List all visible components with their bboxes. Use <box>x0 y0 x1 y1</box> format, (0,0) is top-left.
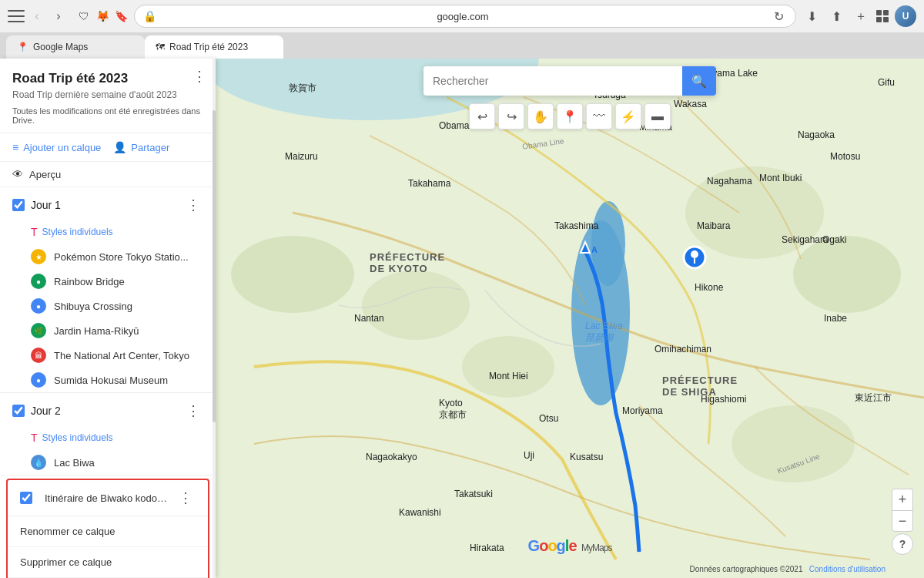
scroll-thumb <box>213 110 216 422</box>
place-icon-shibuya: ● <box>31 298 46 314</box>
main-content: Road Trip été 2023 Road Trip dernière se… <box>0 59 924 578</box>
marker-tool-button[interactable]: 📍 <box>557 103 583 129</box>
tab-road-trip[interactable]: 🗺 Road Trip été 2023 <box>145 35 283 59</box>
eye-icon: 👁 <box>12 168 23 180</box>
text-tool-button[interactable]: ▬ <box>644 103 671 129</box>
undo-button[interactable]: ↩ <box>469 103 495 129</box>
place-name-sumida: Sumida Hokusai Museum <box>54 375 168 386</box>
svg-point-5 <box>231 236 354 313</box>
sidebar-toggle-icon[interactable] <box>8 10 25 22</box>
layer-header-jour2[interactable]: Jour 2 ⋮ <box>0 393 216 428</box>
sidebar-header: Road Trip été 2023 Road Trip dernière se… <box>0 59 216 133</box>
tab-google-maps[interactable]: 📍 Google Maps <box>6 35 145 59</box>
address-text: google.com <box>156 11 769 22</box>
layer-more-button-jour1[interactable]: ⋮ <box>183 195 203 215</box>
refresh-button[interactable]: ↻ <box>769 7 788 25</box>
shield-icon: 🛡 <box>77 9 91 23</box>
context-menu-container: Itinéraire de Biwako kodomo-no k... ⋮ Re… <box>6 479 209 578</box>
context-menu-checkbox[interactable] <box>20 492 32 504</box>
context-menu-title: Itinéraire de Biwako kodomo-no k... <box>45 492 169 504</box>
context-menu-more-button[interactable]: ⋮ <box>176 488 196 508</box>
svg-point-7 <box>462 336 554 398</box>
place-name-national-art: The National Art Center, Tokyo <box>54 350 189 361</box>
zoom-out-button[interactable]: − <box>892 510 913 532</box>
add-layer-button[interactable]: ≡ Ajouter un calque <box>12 141 101 153</box>
share-icon: 👤 <box>113 141 126 153</box>
place-item-rainbow[interactable]: ● Rainbow Bridge <box>0 269 216 294</box>
tab-favicon-2: 🗺 <box>156 42 165 52</box>
map-svg: A <box>216 59 924 578</box>
styles-label-jour2: Styles individuels <box>42 432 113 443</box>
place-name-shibuya: Shibuya Crossing <box>54 301 132 312</box>
lock-icon: 🔒 <box>142 9 156 23</box>
map-area[interactable]: A Tokuyama Lake Tsuruga Obama Maizuru Ta… <box>216 59 924 578</box>
place-item-national-art[interactable]: 🏛 The National Art Center, Tokyo <box>0 343 216 368</box>
browser-chrome: ‹ › 🛡 🦊 🔖 🔒 google.com ↻ ⬇ ⬆ ＋ U 📍 Googl… <box>0 0 924 59</box>
svg-point-8 <box>685 166 824 259</box>
place-name-lac-biwa: Lac Biwa <box>54 457 95 469</box>
context-menu-delete[interactable]: Supprimer ce calque <box>8 547 208 578</box>
layer-group-jour1: Jour 1 ⋮ T Styles individuels ★ Pokémon … <box>0 187 216 393</box>
place-item-pokemon[interactable]: ★ Pokémon Store Tokyo Statio... <box>0 244 216 269</box>
place-item-sumida[interactable]: ● Sumida Hokusai Museum <box>0 368 216 392</box>
place-name-pokemon: Pokémon Store Tokyo Statio... <box>54 251 189 263</box>
place-name-hama: Jardin Hama-Rikyū <box>54 325 139 337</box>
styles-button-jour2[interactable]: T Styles individuels <box>0 428 216 450</box>
place-name-rainbow: Rainbow Bridge <box>54 276 125 287</box>
extension-icon: 🔖 <box>114 9 128 23</box>
browser-security-icons: 🛡 🦊 🔖 <box>77 9 128 23</box>
share-button[interactable]: ⬆ <box>827 7 845 25</box>
avatar[interactable]: U <box>895 5 916 27</box>
back-button[interactable]: ‹ <box>28 7 46 25</box>
styles-icon-jour1: T <box>31 226 38 238</box>
map-search-input[interactable] <box>424 75 682 87</box>
share-button[interactable]: 👤 Partager <box>113 141 169 153</box>
firefox-shield-icon: 🦊 <box>95 9 109 23</box>
layer-checkbox-jour1[interactable] <box>12 199 25 211</box>
map-search-button[interactable]: 🔍 <box>682 66 716 96</box>
layer-checkbox-jour2[interactable] <box>12 405 25 417</box>
layer-title-jour1: Jour 1 <box>31 199 183 211</box>
tab-title-1: Google Maps <box>33 42 134 52</box>
line-tool-button[interactable]: 〰 <box>586 103 612 129</box>
browser-actions: ⬇ ⬆ ＋ U <box>802 5 916 27</box>
map-help-button[interactable]: ? <box>892 533 913 555</box>
layer-more-button-jour2[interactable]: ⋮ <box>183 401 203 421</box>
address-bar[interactable]: 🔒 google.com ↻ <box>134 5 796 28</box>
place-icon-rainbow: ● <box>31 274 46 289</box>
context-menu-rename[interactable]: Renommer ce calque <box>8 516 208 547</box>
redo-button[interactable]: ↪ <box>498 103 524 129</box>
tab-favicon-1: 📍 <box>17 42 28 52</box>
forward-button[interactable]: › <box>49 7 68 25</box>
layer-group-jour2: Jour 2 ⋮ T Styles individuels 💧 Lac Biwa <box>0 393 216 476</box>
sidebar-title: Road Trip été 2023 <box>12 71 203 86</box>
tab-title-2: Road Trip été 2023 <box>169 42 273 52</box>
layers-icon: ≡ <box>12 141 18 153</box>
place-item-lac-biwa[interactable]: 💧 Lac Biwa <box>0 450 216 475</box>
tabs-bar: 📍 Google Maps 🗺 Road Trip été 2023 <box>0 32 924 59</box>
add-layer-label: Ajouter un calque <box>23 142 101 153</box>
sidebar-subtitle: Road Trip dernière semaine d'août 2023 <box>12 89 203 100</box>
sidebar-actions: ≡ Ajouter un calque 👤 Partager <box>0 133 216 162</box>
pan-tool-button[interactable]: ✋ <box>527 103 554 129</box>
new-tab-button[interactable]: ＋ <box>852 7 870 25</box>
browser-controls: ‹ › <box>8 7 68 25</box>
sidebar-menu-button[interactable]: ⋮ <box>192 69 206 83</box>
styles-label-jour1: Styles individuels <box>42 227 113 237</box>
preview-button[interactable]: 👁 Aperçu <box>0 162 216 187</box>
context-menu-header: Itinéraire de Biwako kodomo-no k... ⋮ <box>8 480 208 516</box>
map-nav-tools: ↩ ↪ ✋ 📍 〰 ⚡ ▬ <box>216 103 924 129</box>
map-zoom-controls: + − <box>892 489 913 532</box>
place-icon-sumida: ● <box>31 372 46 388</box>
grid-icon[interactable] <box>876 10 889 22</box>
layer-header-jour1[interactable]: Jour 1 ⋮ <box>0 187 216 223</box>
svg-point-10 <box>732 405 855 482</box>
download-button[interactable]: ⬇ <box>802 7 821 25</box>
zoom-in-button[interactable]: + <box>892 489 913 510</box>
place-item-shibuya[interactable]: ● Shibuya Crossing <box>0 294 216 318</box>
place-item-hama[interactable]: 🌿 Jardin Hama-Rikyū <box>0 318 216 343</box>
shape-tool-button[interactable]: ⚡ <box>615 103 641 129</box>
attribution-link[interactable]: Conditions d'utilisation <box>809 565 886 573</box>
styles-button-jour1[interactable]: T Styles individuels <box>0 223 216 244</box>
browser-toolbar: ‹ › 🛡 🦊 🔖 🔒 google.com ↻ ⬇ ⬆ ＋ U <box>0 0 924 32</box>
